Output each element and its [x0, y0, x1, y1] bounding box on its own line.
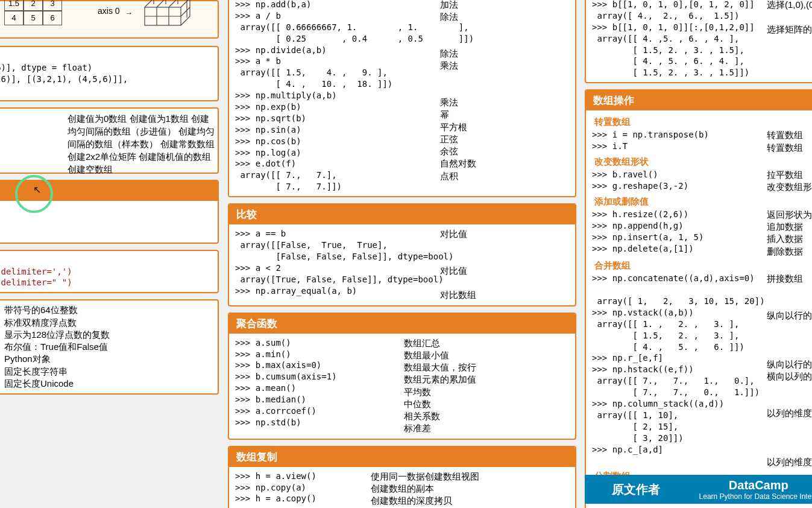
footer-brand: DataCamp [699, 478, 812, 492]
axis-label: axis 0 [98, 6, 120, 16]
array-diagram: 1.523 456 axis 0 → [0, 0, 219, 39]
merge-sub: 合并数组 [592, 258, 812, 273]
manip-box: 数组操作 转置数组 >>> i = np.transpose(b) >>> i.… [585, 89, 812, 508]
addremove-sub: 添加或删除值 [592, 194, 812, 209]
footer: 原文作者 DataCamp Learn Python for Data Scie… [585, 475, 812, 504]
agg-header: 聚合函数 [229, 314, 575, 334]
compare-box: 比较 >>> a == b array([[False, True, True]… [228, 203, 576, 306]
transpose-sub: 转置数组 [592, 114, 812, 129]
reshape-sub: 改变数组形状 [592, 154, 812, 169]
copy-box: 数组复制 >>> h = a.view() >>> np.copy(a) >>>… [228, 446, 576, 508]
footer-tagline: Learn Python for Data Science Intera [699, 492, 812, 501]
manip-header: 数组操作 [586, 90, 812, 110]
init-functions-box: pe=np.int16) 5,5) 7) 2,2)) 创建值为0数组 创建值为1… [0, 107, 219, 174]
agg-box: 聚合函数 >>> a.sum() >>> a.min() >>> b.max(a… [228, 313, 576, 440]
footer-author: 原文作者 [585, 481, 660, 498]
cell: 1.5 [4, 0, 24, 11]
dtype-box: 带符号的64位整数 标准双精度浮点数 显示为128位浮点数的复数 布尔值：Tru… [0, 299, 219, 395]
compare-header: 比较 [229, 205, 575, 224]
create-array-box: 3]) ,2,3), (4,5,6)], dtype = float) 5,2,… [0, 46, 219, 101]
copy-header: 数组复制 [229, 447, 575, 467]
arith-box: >>> np.add(b,a) >>> a / b array([[ 0.666… [228, 0, 576, 197]
index-box: >>> b[[1, 0, 1, 0],[0, 1, 2, 0]] array([… [585, 0, 812, 83]
cursor-icon: ↖ [33, 184, 41, 195]
file-box2: e.txt") r_file.csv", delimiter=',') ray.… [0, 250, 219, 294]
